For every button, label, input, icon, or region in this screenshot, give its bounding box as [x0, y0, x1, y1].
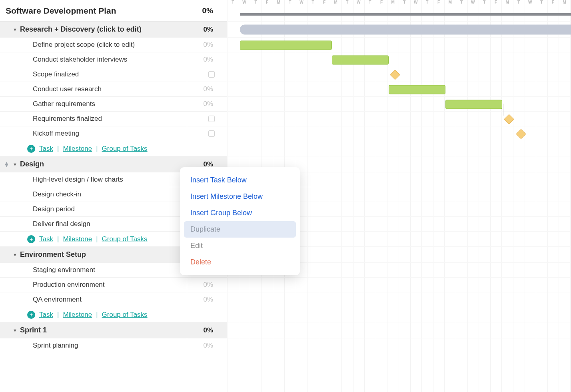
app-root: Software Development Plan 0% ▼ Research …: [0, 0, 571, 392]
plus-circle-icon[interactable]: +: [27, 235, 35, 243]
task-name[interactable]: Scope finalized: [0, 67, 187, 82]
task-row[interactable]: Conduct user research 0%: [0, 82, 227, 97]
chevron-down-icon[interactable]: ▼: [13, 162, 17, 167]
task-name[interactable]: QA environment: [0, 292, 187, 307]
gantt-task-bar[interactable]: [332, 55, 389, 64]
group-progress: 0%: [187, 322, 227, 338]
task-progress: 0%: [187, 97, 227, 111]
milestone-checkbox[interactable]: [208, 116, 215, 122]
task-name[interactable]: Production environment: [0, 278, 187, 292]
gantt-summary-bar[interactable]: [240, 13, 571, 16]
task-progress: 0%: [187, 278, 227, 292]
add-milestone-link[interactable]: Milestone: [63, 145, 92, 153]
task-name[interactable]: Deliver final design: [0, 217, 187, 231]
task-progress: 0%: [187, 338, 227, 353]
gantt-task-bar[interactable]: [389, 85, 445, 94]
add-group-link[interactable]: Group of Tasks: [102, 235, 148, 243]
task-name[interactable]: High-level design / flow charts: [0, 172, 187, 187]
add-task-link[interactable]: Task: [39, 311, 53, 319]
task-progress: 0%: [187, 38, 227, 52]
gantt-milestone-diamond[interactable]: [504, 114, 514, 124]
plus-circle-icon[interactable]: +: [27, 311, 35, 319]
gantt-milestone-diamond[interactable]: [516, 129, 526, 139]
group-row-research[interactable]: ▼ Research + Discovery (click to edit) 0…: [0, 22, 227, 38]
add-row: + Task | Milestone | Group of Tasks: [0, 141, 227, 156]
chevron-down-icon[interactable]: ▼: [13, 328, 17, 333]
task-name[interactable]: Conduct user research: [0, 82, 187, 96]
context-menu: Insert Task Below Insert Milestone Below…: [180, 167, 300, 275]
menu-insert-milestone[interactable]: Insert Milestone Below: [184, 188, 296, 205]
chevron-down-icon[interactable]: ▼: [13, 27, 17, 32]
task-row[interactable]: Gather requirements 0%: [0, 97, 227, 112]
task-row[interactable]: Conduct stakeholder interviews 0%: [0, 52, 227, 67]
task-progress: 0%: [187, 292, 227, 307]
task-row[interactable]: Production environment 0%: [0, 278, 227, 292]
task-row[interactable]: Scope finalized: [0, 67, 227, 82]
add-group-link[interactable]: Group of Tasks: [102, 145, 148, 153]
gantt-milestone-diamond[interactable]: [390, 70, 400, 80]
task-name[interactable]: Design period: [0, 202, 187, 216]
task-name[interactable]: Gather requirements: [0, 97, 187, 111]
task-row[interactable]: Sprint planning 0%: [0, 338, 227, 353]
group-name[interactable]: Environment Setup: [0, 247, 187, 262]
group-name[interactable]: Research + Discovery (click to edit): [0, 22, 187, 37]
task-progress: 0%: [187, 52, 227, 67]
task-name[interactable]: Staging environment: [0, 263, 187, 277]
group-row-sprint-1[interactable]: ▼ Sprint 1 0%: [0, 322, 227, 338]
plus-circle-icon[interactable]: +: [27, 145, 35, 153]
task-name[interactable]: Requirements finalized: [0, 112, 187, 126]
chevron-down-icon[interactable]: ▼: [13, 252, 17, 257]
task-name[interactable]: Kickoff meeting: [0, 126, 187, 141]
milestone-check-cell: [187, 112, 227, 126]
add-task-link[interactable]: Task: [39, 145, 53, 153]
task-progress: 0%: [187, 82, 227, 96]
add-group-link[interactable]: Group of Tasks: [102, 311, 148, 319]
task-row[interactable]: Kickoff meeting: [0, 126, 227, 141]
group-name[interactable]: Design: [0, 156, 187, 172]
group-name[interactable]: Sprint 1: [0, 322, 187, 338]
add-milestone-link[interactable]: Milestone: [63, 235, 92, 243]
menu-delete[interactable]: Delete: [184, 254, 296, 270]
menu-insert-task[interactable]: Insert Task Below: [184, 172, 296, 188]
menu-insert-group[interactable]: Insert Group Below: [184, 205, 296, 221]
add-task-link[interactable]: Task: [39, 235, 53, 243]
milestone-check-cell: [187, 67, 227, 82]
gantt-group-bar[interactable]: [240, 25, 571, 35]
menu-duplicate[interactable]: Duplicate: [184, 221, 296, 238]
gantt-task-bar[interactable]: [445, 100, 502, 109]
milestone-check-cell: [187, 126, 227, 141]
task-row[interactable]: Requirements finalized: [0, 112, 227, 126]
add-row: + Task | Milestone | Group of Tasks: [0, 307, 227, 322]
task-row[interactable]: Define project scope (click to edit) 0%: [0, 38, 227, 52]
task-name[interactable]: Define project scope (click to edit): [0, 38, 187, 52]
task-row[interactable]: QA environment 0%: [0, 292, 227, 307]
group-progress: 0%: [187, 22, 227, 37]
gantt-task-bar[interactable]: [240, 40, 332, 50]
drag-handle-icon[interactable]: ▲▼: [4, 162, 9, 167]
menu-edit[interactable]: Edit: [184, 238, 296, 254]
plan-title-row: Software Development Plan 0%: [0, 0, 227, 22]
milestone-checkbox[interactable]: [208, 130, 215, 137]
task-name[interactable]: Sprint planning: [0, 338, 187, 353]
milestone-checkbox[interactable]: [208, 71, 215, 78]
add-milestone-link[interactable]: Milestone: [63, 311, 92, 319]
task-name[interactable]: Conduct stakeholder interviews: [0, 52, 187, 67]
plan-progress: 0%: [187, 0, 227, 21]
task-name[interactable]: Design check-in: [0, 187, 187, 202]
plan-title[interactable]: Software Development Plan: [0, 0, 187, 21]
dependency-connector: [503, 104, 503, 116]
